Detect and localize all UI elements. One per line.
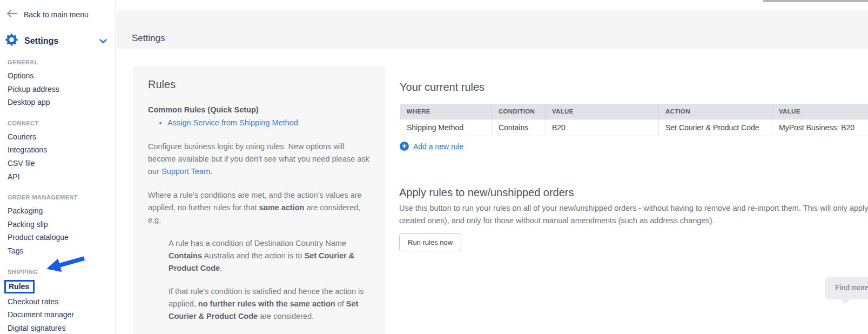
current-rules-title: Your current rules	[400, 81, 485, 93]
back-label: Back to main menu	[24, 10, 89, 19]
sidebar-item-digital-signatures[interactable]: Digital signatures	[0, 322, 116, 334]
section-label-general: GENERAL	[0, 59, 116, 65]
cell-action-value: MyPost Business: B20	[772, 119, 868, 136]
sidebar-title: Settings	[24, 36, 58, 46]
page-header: Settings	[117, 10, 868, 49]
sidebar-item-document-manager[interactable]: Document manager	[0, 308, 116, 322]
add-new-rule-label: Add a new rule	[413, 142, 463, 151]
rules-info-panel: Rules Common Rules (Quick Setup) Assign …	[133, 66, 385, 334]
common-rules-heading: Common Rules (Quick Setup)	[148, 105, 370, 114]
page-title: Settings	[132, 33, 165, 44]
sidebar-item-product-catalogue[interactable]: Product catalogue	[0, 231, 116, 244]
sidebar-item-tags[interactable]: Tags	[0, 244, 116, 258]
sidebar-settings-header: Settings	[0, 19, 116, 48]
sidebar-section-shipping: SHIPPING Rules Checkout rates Document m…	[0, 269, 116, 334]
section-label-order-management: ORDER MANAGEMENT	[0, 194, 116, 201]
section-label-connect: CONNECT	[0, 120, 116, 126]
back-arrow-icon	[6, 10, 17, 19]
quick-setup-list: Assign Service from Shipping Method	[167, 117, 370, 129]
sidebar-item-pickup-address[interactable]: Pickup address	[0, 83, 116, 96]
cell-where: Shipping Method	[400, 119, 492, 136]
cell-value: B20	[546, 119, 659, 136]
gear-icon	[5, 34, 18, 48]
main-content: Settings Rules Common Rules (Quick Setup…	[117, 0, 868, 334]
tooltip-tail	[840, 299, 850, 304]
sidebar-item-packing-slip[interactable]: Packing slip	[0, 218, 116, 231]
sidebar-item-rules-label: Rules	[4, 280, 35, 293]
plus-circle-icon: +	[400, 142, 409, 151]
column-header-action: ACTION	[659, 104, 772, 119]
chevron-down-icon[interactable]	[99, 36, 107, 46]
rules-panel-title: Rules	[148, 78, 370, 91]
assign-service-link[interactable]: Assign Service from Shipping Method	[167, 118, 298, 127]
sidebar-item-packaging[interactable]: Packaging	[0, 204, 116, 218]
sidebar-item-api[interactable]: API	[0, 170, 116, 184]
sidebar-section-order-management: ORDER MANAGEMENT Packaging Packing slip …	[0, 194, 116, 257]
current-rules-table: WHERE CONDITION VALUE ACTION VALUE Shipp…	[400, 104, 868, 136]
rules-paragraph-1: Configure business logic by using rules.…	[148, 141, 370, 178]
sidebar-item-options[interactable]: Options	[0, 69, 116, 83]
settings-sidebar: Back to main menu	[0, 0, 116, 334]
back-to-main-menu[interactable]: Back to main menu	[0, 0, 116, 19]
rules-paragraph-4: If that rule's condition is satisfied an…	[169, 285, 370, 323]
rules-paragraph-3: A rule has a condition of Destination Co…	[169, 237, 370, 275]
add-new-rule-link[interactable]: + Add a new rule	[400, 142, 463, 151]
column-header-condition: CONDITION	[492, 104, 546, 119]
column-header-where: WHERE	[400, 104, 492, 119]
rules-paragraph-2: Where a rule's conditions are met, and t…	[148, 189, 370, 226]
column-header-action-value: VALUE	[772, 104, 868, 119]
apply-rules-title: Apply rules to new/unshipped orders	[399, 186, 574, 199]
table-header-row: WHERE CONDITION VALUE ACTION VALUE	[400, 104, 868, 119]
sidebar-item-csv-file[interactable]: CSV file	[0, 157, 116, 170]
sidebar-section-connect: CONNECT Couriers Integrations CSV file A…	[0, 120, 116, 183]
sidebar-item-couriers[interactable]: Couriers	[0, 130, 116, 144]
apply-rules-description-line2: created ones), and only for those withou…	[399, 216, 715, 225]
help-tooltip-text: Find more i	[835, 283, 868, 292]
sidebar-item-checkout-rates[interactable]: Checkout rates	[0, 295, 116, 309]
sidebar-item-integrations[interactable]: Integrations	[0, 143, 116, 157]
column-header-value: VALUE	[546, 104, 659, 119]
help-tooltip-bubble: Find more i	[825, 277, 868, 299]
sidebar-item-desktop-app[interactable]: Desktop app	[0, 96, 116, 109]
cell-condition: Contains	[492, 119, 546, 136]
cell-action: Set Courier & Product Code	[659, 119, 772, 136]
sidebar-item-rules[interactable]: Rules	[0, 279, 116, 295]
horizontal-scrollbar[interactable]	[763, 0, 868, 2]
section-label-shipping: SHIPPING	[0, 269, 116, 275]
sidebar-section-general: GENERAL Options Pickup address Desktop a…	[0, 59, 116, 109]
apply-rules-description-line1: Use this button to run your rules on all…	[399, 204, 868, 212]
quick-setup-list-item: Assign Service from Shipping Method	[167, 117, 370, 129]
table-row: Shipping Method Contains B20 Set Courier…	[400, 119, 868, 136]
run-rules-now-button[interactable]: Run rules now	[399, 233, 461, 251]
